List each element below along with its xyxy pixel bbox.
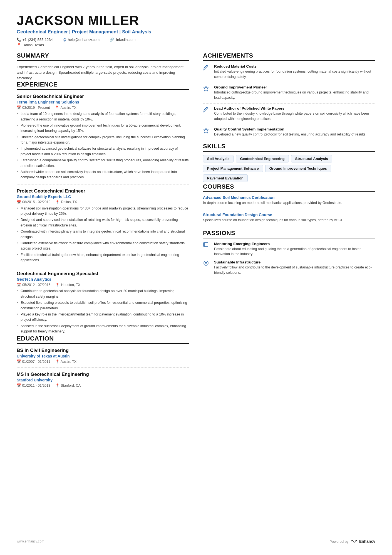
passion-desc-1: Passionate about educating and guiding t… — [214, 246, 375, 257]
powered-by-text: Powered by — [329, 539, 349, 544]
pin-icon: 📍 — [55, 105, 59, 110]
passions-section: PASSIONS Mentoring Emerging Engineers Pa… — [203, 230, 375, 275]
bullet-item: Managed soil investigation operations fo… — [17, 206, 189, 217]
bullet-item: Implemented advanced geotechnical softwa… — [17, 146, 189, 157]
summary-title: SUMMARY — [17, 52, 189, 61]
course-title-1: Advanced Soil Mechanics Certification — [203, 195, 375, 200]
passion-content-1: Mentoring Emerging Engineers Passionate … — [214, 242, 375, 257]
svg-rect-2 — [204, 243, 208, 246]
course-item-2: Structural Foundation Design Course Spec… — [203, 213, 375, 226]
job-dates-1: 📅 03/2019 - Present — [17, 105, 50, 110]
phone-value: +1-(234)-555-1234 — [23, 38, 53, 42]
enhancv-logo: Enhancv — [350, 539, 375, 544]
location-value: Dallas, Texas — [23, 43, 44, 47]
achievement-icon-3 — [203, 107, 211, 122]
experience-section: EXPERIENCE Senior Geotechnical Engineer … — [17, 81, 189, 334]
bullet-item: Played a key role in the interdepartment… — [17, 312, 189, 323]
full-name: JACKSON MILLER — [17, 13, 375, 28]
achievement-title-4: Quality Control System Implementation — [214, 127, 366, 131]
calendar-icon: 📅 — [17, 105, 21, 110]
page-footer: www.enhancv.com Powered by Enhancv — [17, 536, 375, 544]
calendar-icon: 📅 — [17, 360, 21, 364]
achievement-desc-3: Contributed to the industry knowledge ba… — [214, 111, 375, 122]
right-column: ACHIEVEMENTS Reduced Material Costs Init… — [203, 52, 375, 527]
achievement-item-2: Ground Improvement Pioneer Introduced cu… — [203, 85, 375, 103]
achievement-item-3: Lead Author of Published White Papers Co… — [203, 106, 375, 125]
job-title: Geotechnical Engineer | Project Manageme… — [17, 29, 375, 35]
achievements-title: ACHIEVEMENTS — [203, 52, 375, 61]
courses-title: COURSES — [203, 183, 375, 192]
passion-icon-2 — [203, 260, 211, 275]
job-location-1: 📍 Austin, TX — [55, 105, 76, 110]
brand-name: Enhancv — [359, 539, 375, 544]
svg-point-4 — [205, 262, 207, 264]
experience-title: EXPERIENCE — [17, 81, 189, 90]
job-item: Project Geotechnical Engineer Ground Sta… — [17, 188, 189, 263]
course-item-1: Advanced Soil Mechanics Certification In… — [203, 195, 375, 209]
school-2: Stanford University — [17, 378, 189, 382]
course-desc-1: In-depth course focusing on modern soil … — [203, 200, 375, 206]
skill-tag-1: Geotechnical Engineering — [236, 155, 289, 162]
skill-tag-3: Project Management Software — [203, 165, 263, 172]
svg-marker-1 — [204, 128, 209, 133]
skills-section: SKILLS Soil Analysis Geotechnical Engine… — [203, 143, 375, 182]
job-dates-3: 📅 05/2012 - 07/2015 — [17, 283, 50, 287]
bullet-item: Coordinated with interdisciplinary teams… — [17, 229, 189, 240]
pin-icon: 📍 — [55, 200, 60, 204]
summary-section: SUMMARY Experienced Geotechnical Enginee… — [17, 52, 189, 81]
achievement-desc-2: Introduced cutting-edge ground improveme… — [214, 90, 375, 100]
achievement-icon-1 — [203, 65, 211, 80]
footer-brand: Powered by Enhancv — [329, 539, 375, 544]
skill-tag-5: Pavement Evaluation — [203, 174, 248, 182]
achievement-icon-2 — [203, 85, 211, 100]
education-title: EDUCATION — [17, 335, 189, 344]
bullet-item: Pioneered the use of innovative ground i… — [17, 123, 189, 134]
job-title-3: Geotechnical Engineering Specialist — [17, 271, 189, 277]
job-location-2: 📍 Dallas, TX — [55, 200, 77, 204]
passion-title-1: Mentoring Emerging Engineers — [214, 242, 375, 246]
job-title-1: Senior Geotechnical Engineer — [17, 94, 189, 99]
bullet-item: Established a comprehensive quality cont… — [17, 158, 189, 169]
email-value: help@enhancv.com — [68, 38, 100, 42]
edu-item-2: MS in Geotechnical Engineering Stanford … — [17, 372, 189, 388]
bullet-item: Conducted extensive fieldwork to ensure … — [17, 241, 189, 251]
degree-2: MS in Geotechnical Engineering — [17, 372, 189, 377]
achievement-desc-1: Initiated value-engineering practices fo… — [214, 69, 375, 80]
achievement-item-1: Reduced Material Costs Initiated value-e… — [203, 64, 375, 83]
calendar-icon: 📅 — [17, 384, 21, 388]
courses-section: COURSES Advanced Soil Mechanics Certific… — [203, 183, 375, 226]
location-icon: 📍 — [17, 43, 21, 47]
bullet-item: Designed and supervised the installation… — [17, 217, 189, 228]
achievement-desc-4: Developed a new quality control protocol… — [214, 132, 366, 137]
svg-marker-0 — [204, 86, 209, 91]
skill-tag-0: Soil Analysis — [203, 155, 234, 162]
skill-tag-4: Ground Improvement Techniques — [265, 165, 331, 172]
job-item: Senior Geotechnical Engineer TerraFirma … — [17, 94, 189, 180]
bullet-item: Facilitated technical training for new h… — [17, 252, 189, 263]
achievement-content-1: Reduced Material Costs Initiated value-e… — [214, 64, 375, 80]
skill-tag-2: Structural Analysis — [291, 155, 332, 162]
skills-title: SKILLS — [203, 143, 375, 152]
phone-contact: 📞 +1-(234)-555-1234 — [17, 38, 53, 42]
job-dates-2: 📅 08/2015 - 02/2019 — [17, 200, 50, 204]
achievement-item-4: Quality Control System Implementation De… — [203, 127, 375, 140]
phone-icon: 📞 — [17, 38, 21, 42]
bullet-item: Contributed to geotechnical analysis for… — [17, 288, 189, 299]
bullet-item: Directed geotechnical site investigation… — [17, 135, 189, 145]
linkedin-value: linkedin.com — [115, 38, 135, 42]
achievement-title-3: Lead Author of Published White Papers — [214, 106, 375, 110]
skills-grid: Soil Analysis Geotechnical Engineering S… — [203, 155, 375, 182]
bullet-item: Assisted in the successful deployment of… — [17, 324, 189, 334]
svg-point-3 — [204, 261, 208, 265]
edu-item-1: BS in Civil Engineering University of Te… — [17, 348, 189, 364]
bullet-item: Led a team of 10 engineers in the design… — [17, 111, 189, 122]
education-section: EDUCATION BS in Civil Engineering Univer… — [17, 335, 189, 388]
resume-header: JACKSON MILLER Geotechnical Engineer | P… — [17, 13, 375, 47]
edu-location-2: 📍 Stanford, CA — [55, 383, 81, 388]
summary-text: Experienced Geotechnical Engineer with 7… — [17, 64, 189, 81]
passion-desc-2: I actively follow and contribute to the … — [214, 265, 375, 275]
achievement-icon-4 — [203, 127, 211, 137]
passion-content-2: Sustainable Infrastructure I actively fo… — [214, 260, 375, 275]
linkedin-icon: 🔗 — [110, 38, 114, 42]
school-1: University of Texas at Austin — [17, 354, 189, 358]
